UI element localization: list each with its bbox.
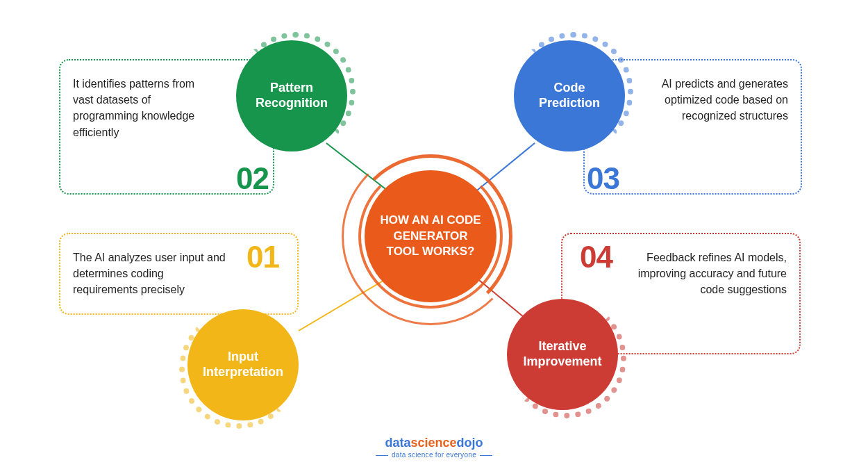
step-desc: Feedback refines AI models, improving ac… xyxy=(638,252,787,295)
step-label: Input Interpretation xyxy=(199,350,287,379)
brand-part3: dojo xyxy=(457,436,483,450)
brand-tagline: data science for everyone xyxy=(372,451,496,459)
center-title: HOW AN AI CODE GENERATOR TOOL WORKS? xyxy=(378,213,483,261)
diagram-canvas: HOW AN AI CODE GENERATOR TOOL WORKS?Inpu… xyxy=(0,0,868,467)
step-label: Code Prediction xyxy=(525,81,614,110)
brand-logo: datasciencedojodata science for everyone xyxy=(372,436,496,459)
step-number-pattern-recognition: 02 xyxy=(236,161,269,196)
step-circle-iterative-improvement: Iterative Improvement xyxy=(507,299,618,410)
step-desc: AI predicts and generates optimized code… xyxy=(662,78,788,122)
step-desc: It identifies patterns from vast dataset… xyxy=(73,78,194,138)
step-circle-input-interpretation: Input Interpretation xyxy=(187,309,299,420)
step-number-iterative-improvement: 04 xyxy=(580,240,612,275)
step-number-input-interpretation: 01 xyxy=(247,240,279,275)
brand-part2: science xyxy=(410,436,456,450)
brand-part1: data xyxy=(385,436,410,450)
step-label: Iterative Improvement xyxy=(518,339,607,369)
step-circle-code-prediction: Code Prediction xyxy=(514,40,625,151)
step-number-code-prediction: 03 xyxy=(587,161,619,196)
step-circle-pattern-recognition: Pattern Recognition xyxy=(236,40,347,151)
center-hub: HOW AN AI CODE GENERATOR TOOL WORKS? xyxy=(365,170,496,302)
step-desc: The AI analyzes user input and determine… xyxy=(73,252,226,295)
step-label: Pattern Recognition xyxy=(247,81,336,110)
brand-main: datasciencedojo xyxy=(372,436,496,450)
